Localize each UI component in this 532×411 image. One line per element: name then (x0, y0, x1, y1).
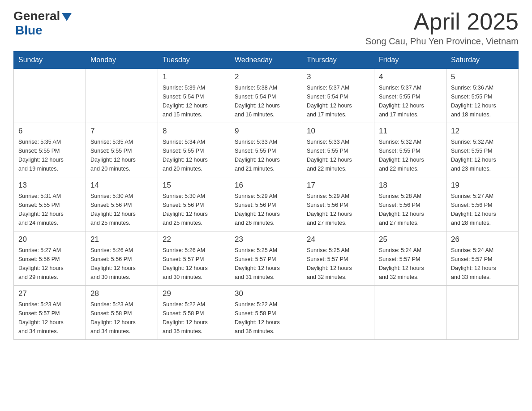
logo-blue-text: Blue (15, 23, 43, 38)
day-info: Sunrise: 5:25 AM Sunset: 5:57 PM Dayligh… (235, 246, 297, 282)
day-number: 14 (90, 181, 153, 190)
page-header: General Blue April 2025 Song Cau, Phu Ye… (13, 9, 519, 47)
table-row: 5Sunrise: 5:36 AM Sunset: 5:55 PM Daylig… (446, 69, 519, 123)
table-row: 26Sunrise: 5:24 AM Sunset: 5:57 PM Dayli… (446, 231, 519, 286)
table-row: 13Sunrise: 5:31 AM Sunset: 5:55 PM Dayli… (14, 177, 86, 231)
table-row (374, 286, 446, 340)
day-info: Sunrise: 5:37 AM Sunset: 5:55 PM Dayligh… (379, 83, 442, 119)
day-info: Sunrise: 5:37 AM Sunset: 5:54 PM Dayligh… (307, 83, 369, 119)
day-info: Sunrise: 5:26 AM Sunset: 5:56 PM Dayligh… (90, 246, 153, 282)
day-number: 15 (163, 181, 225, 190)
table-row: 12Sunrise: 5:32 AM Sunset: 5:55 PM Dayli… (446, 123, 519, 177)
location-title: Song Cau, Phu Yen Province, Vietnam (365, 36, 519, 47)
header-friday: Friday (374, 51, 446, 69)
day-info: Sunrise: 5:23 AM Sunset: 5:57 PM Dayligh… (18, 300, 81, 336)
day-info: Sunrise: 5:39 AM Sunset: 5:54 PM Dayligh… (163, 83, 225, 119)
table-row: 18Sunrise: 5:28 AM Sunset: 5:56 PM Dayli… (374, 177, 446, 231)
table-row: 30Sunrise: 5:22 AM Sunset: 5:58 PM Dayli… (230, 286, 302, 340)
day-number: 11 (379, 127, 442, 136)
header-thursday: Thursday (302, 51, 374, 69)
table-row: 19Sunrise: 5:27 AM Sunset: 5:56 PM Dayli… (446, 177, 519, 231)
table-row: 7Sunrise: 5:35 AM Sunset: 5:55 PM Daylig… (86, 123, 158, 177)
day-number: 21 (90, 235, 153, 244)
table-row (446, 286, 519, 340)
table-row: 21Sunrise: 5:26 AM Sunset: 5:56 PM Dayli… (86, 231, 158, 286)
day-info: Sunrise: 5:24 AM Sunset: 5:57 PM Dayligh… (451, 246, 514, 282)
table-row: 22Sunrise: 5:26 AM Sunset: 5:57 PM Dayli… (158, 231, 230, 286)
calendar-header-row: Sunday Monday Tuesday Wednesday Thursday… (14, 51, 519, 69)
day-number: 27 (18, 289, 81, 298)
logo-arrow-icon (62, 13, 72, 21)
day-info: Sunrise: 5:28 AM Sunset: 5:56 PM Dayligh… (379, 192, 442, 227)
logo: General Blue (13, 9, 72, 38)
table-row (86, 69, 158, 123)
day-info: Sunrise: 5:34 AM Sunset: 5:55 PM Dayligh… (163, 137, 225, 173)
day-info: Sunrise: 5:31 AM Sunset: 5:55 PM Dayligh… (18, 192, 81, 227)
table-row: 8Sunrise: 5:34 AM Sunset: 5:55 PM Daylig… (158, 123, 230, 177)
day-number: 3 (307, 73, 369, 81)
table-row: 20Sunrise: 5:27 AM Sunset: 5:56 PM Dayli… (14, 231, 86, 286)
day-number: 8 (163, 127, 225, 136)
day-info: Sunrise: 5:22 AM Sunset: 5:58 PM Dayligh… (235, 300, 297, 336)
header-sunday: Sunday (14, 51, 86, 69)
table-row: 15Sunrise: 5:30 AM Sunset: 5:56 PM Dayli… (158, 177, 230, 231)
day-info: Sunrise: 5:33 AM Sunset: 5:55 PM Dayligh… (235, 137, 297, 173)
day-number: 23 (235, 235, 297, 244)
header-tuesday: Tuesday (158, 51, 230, 69)
logo-general-text: General (13, 9, 60, 23)
day-info: Sunrise: 5:27 AM Sunset: 5:56 PM Dayligh… (451, 192, 514, 227)
day-number: 9 (235, 127, 297, 136)
table-row: 11Sunrise: 5:32 AM Sunset: 5:55 PM Dayli… (374, 123, 446, 177)
day-info: Sunrise: 5:29 AM Sunset: 5:56 PM Dayligh… (307, 192, 369, 227)
table-row: 27Sunrise: 5:23 AM Sunset: 5:57 PM Dayli… (14, 286, 86, 340)
table-row: 4Sunrise: 5:37 AM Sunset: 5:55 PM Daylig… (374, 69, 446, 123)
day-info: Sunrise: 5:32 AM Sunset: 5:55 PM Dayligh… (379, 137, 442, 173)
table-row: 28Sunrise: 5:23 AM Sunset: 5:58 PM Dayli… (86, 286, 158, 340)
day-number: 18 (379, 181, 442, 190)
day-number: 5 (451, 73, 514, 81)
table-row: 6Sunrise: 5:35 AM Sunset: 5:55 PM Daylig… (14, 123, 86, 177)
day-info: Sunrise: 5:35 AM Sunset: 5:55 PM Dayligh… (18, 137, 81, 173)
day-number: 29 (163, 289, 225, 298)
day-number: 19 (451, 181, 514, 190)
table-row: 2Sunrise: 5:38 AM Sunset: 5:54 PM Daylig… (230, 69, 302, 123)
day-info: Sunrise: 5:35 AM Sunset: 5:55 PM Dayligh… (90, 137, 153, 173)
day-info: Sunrise: 5:24 AM Sunset: 5:57 PM Dayligh… (379, 246, 442, 282)
title-section: April 2025 Song Cau, Phu Yen Province, V… (365, 9, 519, 47)
day-number: 7 (90, 127, 153, 136)
day-number: 1 (163, 73, 225, 81)
day-info: Sunrise: 5:38 AM Sunset: 5:54 PM Dayligh… (235, 83, 297, 119)
table-row: 24Sunrise: 5:25 AM Sunset: 5:57 PM Dayli… (302, 231, 374, 286)
day-number: 2 (235, 73, 297, 81)
day-number: 26 (451, 235, 514, 244)
day-info: Sunrise: 5:32 AM Sunset: 5:55 PM Dayligh… (451, 137, 514, 173)
table-row (302, 286, 374, 340)
table-row: 25Sunrise: 5:24 AM Sunset: 5:57 PM Dayli… (374, 231, 446, 286)
day-number: 28 (90, 289, 153, 298)
day-number: 10 (307, 127, 369, 136)
day-info: Sunrise: 5:33 AM Sunset: 5:55 PM Dayligh… (307, 137, 369, 173)
calendar-week-row: 1Sunrise: 5:39 AM Sunset: 5:54 PM Daylig… (14, 69, 519, 123)
day-info: Sunrise: 5:26 AM Sunset: 5:57 PM Dayligh… (163, 246, 225, 282)
day-number: 30 (235, 289, 297, 298)
day-number: 25 (379, 235, 442, 244)
day-info: Sunrise: 5:29 AM Sunset: 5:56 PM Dayligh… (235, 192, 297, 227)
day-info: Sunrise: 5:36 AM Sunset: 5:55 PM Dayligh… (451, 83, 514, 119)
day-info: Sunrise: 5:30 AM Sunset: 5:56 PM Dayligh… (163, 192, 225, 227)
calendar-week-row: 6Sunrise: 5:35 AM Sunset: 5:55 PM Daylig… (14, 123, 519, 177)
table-row: 9Sunrise: 5:33 AM Sunset: 5:55 PM Daylig… (230, 123, 302, 177)
day-number: 6 (18, 127, 81, 136)
day-info: Sunrise: 5:23 AM Sunset: 5:58 PM Dayligh… (90, 300, 153, 336)
table-row: 1Sunrise: 5:39 AM Sunset: 5:54 PM Daylig… (158, 69, 230, 123)
header-monday: Monday (86, 51, 158, 69)
calendar-week-row: 20Sunrise: 5:27 AM Sunset: 5:56 PM Dayli… (14, 231, 519, 286)
day-info: Sunrise: 5:27 AM Sunset: 5:56 PM Dayligh… (18, 246, 81, 282)
day-number: 4 (379, 73, 442, 81)
table-row: 10Sunrise: 5:33 AM Sunset: 5:55 PM Dayli… (302, 123, 374, 177)
table-row: 14Sunrise: 5:30 AM Sunset: 5:56 PM Dayli… (86, 177, 158, 231)
day-number: 16 (235, 181, 297, 190)
calendar-table: Sunday Monday Tuesday Wednesday Thursday… (13, 51, 519, 340)
day-number: 22 (163, 235, 225, 244)
table-row: 17Sunrise: 5:29 AM Sunset: 5:56 PM Dayli… (302, 177, 374, 231)
header-wednesday: Wednesday (230, 51, 302, 69)
